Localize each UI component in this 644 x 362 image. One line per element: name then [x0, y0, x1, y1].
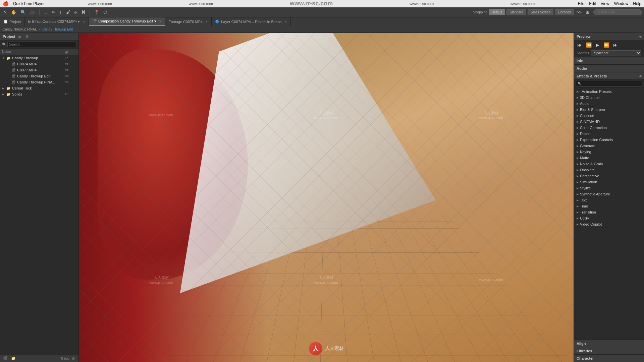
effects-search-input[interactable] — [576, 81, 642, 86]
effect-color-correction[interactable]: ▶ Color Correction — [574, 125, 644, 131]
audio-title: Audio — [577, 66, 587, 70]
audio-header[interactable]: Audio — [574, 65, 644, 72]
effect-utility[interactable]: ▶ Utility — [574, 215, 644, 221]
menu-edit[interactable]: Edit — [589, 1, 596, 6]
tree-item-cereal[interactable]: ▶ 📁 Cereal Trick — [0, 85, 78, 91]
tab-footage[interactable]: Footage C0070.MP4 ✕ — [165, 17, 212, 26]
effect-audio[interactable]: ▶ Audio — [574, 101, 644, 107]
effect-cinema4d[interactable]: ▶ CINEMA 4D — [574, 119, 644, 125]
effects-presets-header[interactable]: Effects & Presets ◀ — [574, 72, 644, 80]
effect-blur-sharpen[interactable]: ▶ Blur & Sharpen — [574, 107, 644, 113]
tree-item-solids[interactable]: ▶ 📁 Solids Fo — [0, 91, 78, 97]
preview-collapse[interactable]: ◀ — [639, 35, 641, 38]
tab-project[interactable]: 📋 Project — [0, 17, 24, 26]
tool-clone[interactable]: ⎆ — [73, 9, 78, 15]
tool-shape[interactable]: ⬡ — [102, 9, 108, 15]
new-composition-btn[interactable]: 🎬 — [2, 356, 9, 361]
tab-effect-close[interactable]: ✕ — [83, 20, 85, 23]
workspace-libraries[interactable]: Libraries — [555, 9, 574, 15]
align-section[interactable]: Align — [574, 340, 644, 347]
effect-expression[interactable]: ▶ Expression Controls — [574, 137, 644, 143]
tool-zoom[interactable]: 🔍 — [19, 9, 27, 15]
tab-effect-controls[interactable]: fx Effect Controls C0074.MP4 ▾ ✕ — [24, 17, 89, 26]
app-name-menu[interactable]: QuickTime Player — [13, 1, 45, 6]
tree-label-cereal: Cereal Trick — [12, 86, 64, 90]
right-panel: Preview ◀ ⏮ ⏪ ▶ ⏩ ⏭ Shortcut Spacebar In… — [574, 33, 644, 362]
effect-generate[interactable]: ▶ Generate — [574, 143, 644, 149]
search-help-input[interactable] — [593, 9, 642, 15]
prev-back[interactable]: ⏪ — [585, 42, 593, 48]
workspace-standard[interactable]: Standard — [506, 9, 526, 15]
tool-pin[interactable]: 📍 — [93, 9, 101, 15]
effect-obsolete[interactable]: ▶ Obsolete — [574, 167, 644, 173]
effect-label-color: Color Correction — [580, 126, 607, 130]
prev-forward[interactable]: ⏩ — [602, 42, 610, 48]
tree-item-candy-edit[interactable]: 🎬 Candy Throwup Edit Co — [0, 73, 78, 79]
effect-transition[interactable]: ▶ Transition — [574, 209, 644, 215]
effect-3d-channel[interactable]: ▶ 3D Channel — [574, 95, 644, 101]
breadcrumb-final[interactable]: Candy Throwup FINAL — [3, 27, 37, 31]
effect-distort[interactable]: ▶ Distort — [574, 131, 644, 137]
effects-collapse[interactable]: ◀ — [639, 74, 641, 78]
tab-composition[interactable]: 🎬 Composition Candy Throwup Edit ▾ ✕ — [89, 17, 165, 26]
tab-comp-close[interactable]: ✕ — [159, 20, 162, 23]
tool-pen[interactable]: ✏ — [50, 9, 57, 15]
tab-layer-close[interactable]: ✕ — [284, 20, 287, 23]
effect-text[interactable]: ▶ Text — [574, 197, 644, 203]
apple-menu[interactable]: 🍎 — [3, 1, 8, 6]
breadcrumb-sep: ▸ — [39, 27, 41, 31]
effects-presets-title: Effects & Presets — [577, 74, 607, 78]
preview-header[interactable]: Preview ◀ — [574, 33, 644, 40]
prev-first[interactable]: ⏮ — [576, 42, 583, 48]
menu-window[interactable]: Window — [614, 1, 629, 6]
workspace-overflow[interactable]: >> — [575, 9, 583, 15]
effect-time[interactable]: ▶ Time — [574, 203, 644, 209]
trash-btn[interactable]: 🗑 — [71, 356, 76, 361]
menu-file[interactable]: File — [578, 1, 584, 6]
prev-play[interactable]: ▶ — [594, 42, 601, 48]
project-panel-menu[interactable]: ☰ — [17, 34, 22, 39]
tree-item-candy-throwup[interactable]: ▼ 📁 Candy Throwup Fo — [0, 55, 78, 61]
effect-stylize[interactable]: ▶ Stylize — [574, 185, 644, 191]
menu-help[interactable]: Help — [633, 1, 641, 6]
tree-item-c0077[interactable]: 🎬 C0077.MP4 MP — [0, 67, 78, 73]
character-section[interactable]: Character — [574, 355, 644, 362]
effect-synthetic-aperture[interactable]: ▶ Synthetic Aperture — [574, 191, 644, 197]
effect-noise-grain[interactable]: ▶ Noise & Grain — [574, 161, 644, 167]
workspace-small-screen[interactable]: Small Screen — [528, 9, 553, 15]
tool-brush[interactable]: 🖌 — [65, 9, 72, 15]
tabs-row: 📋 Project fx Effect Controls C0074.MP4 ▾… — [0, 17, 644, 26]
composition-viewer[interactable]: www.rr-sc.com 人人素材 www.rr-sc.com 人人素材 ww… — [79, 33, 574, 362]
effect-animation-presets[interactable]: ▶ * Animation Presets — [574, 88, 644, 95]
tool-select[interactable]: ↖ — [2, 9, 8, 15]
menu-view[interactable]: View — [601, 1, 609, 6]
effect-video-copilot[interactable]: ▶ Video Copilot — [574, 221, 644, 227]
libraries-section[interactable]: Libraries — [574, 347, 644, 355]
effect-matte[interactable]: ▶ Matte — [574, 155, 644, 161]
workspace-default[interactable]: Default — [489, 9, 505, 15]
shortcut-select[interactable]: Spacebar — [591, 50, 641, 56]
effect-label-matte: Matte — [580, 156, 589, 160]
effect-keying[interactable]: ▶ Keying — [574, 149, 644, 155]
project-search-input[interactable] — [7, 42, 76, 47]
project-panel-expand[interactable]: ⊞ — [24, 34, 30, 39]
effect-channel[interactable]: ▶ Channel — [574, 113, 644, 119]
effect-perspective[interactable]: ▶ Perspective — [574, 173, 644, 179]
breadcrumb-edit[interactable]: Candy Throwup Edit — [43, 27, 73, 31]
center-panel: www.rr-sc.com 人人素材 www.rr-sc.com 人人素材 ww… — [79, 33, 574, 362]
tab-footage-close[interactable]: ✕ — [205, 20, 208, 23]
tree-item-candy-final[interactable]: 🎬 Candy Throwup FINAL Co — [0, 79, 78, 85]
tool-camera[interactable]: 🎥 — [29, 9, 37, 15]
new-folder-btn[interactable]: 📁 — [10, 356, 17, 361]
workspace-expand[interactable]: ⊞ — [584, 9, 591, 15]
effect-label-text: Text — [580, 198, 587, 202]
tool-puppet[interactable]: ⌘ — [80, 9, 87, 15]
effect-simulation[interactable]: ▶ Simulation — [574, 179, 644, 185]
tab-layer[interactable]: 🔷 Layer C0074.MP4 – Projectile Beans ✕ — [212, 17, 290, 26]
tree-item-c0074[interactable]: 🎬 C0074.MP4 MP — [0, 61, 78, 67]
tool-rect[interactable]: ▭ — [42, 9, 49, 15]
tool-hand[interactable]: ✋ — [10, 9, 18, 15]
info-header[interactable]: Info — [574, 57, 644, 64]
prev-last[interactable]: ⏭ — [612, 42, 619, 48]
tool-text[interactable]: T — [58, 9, 63, 15]
